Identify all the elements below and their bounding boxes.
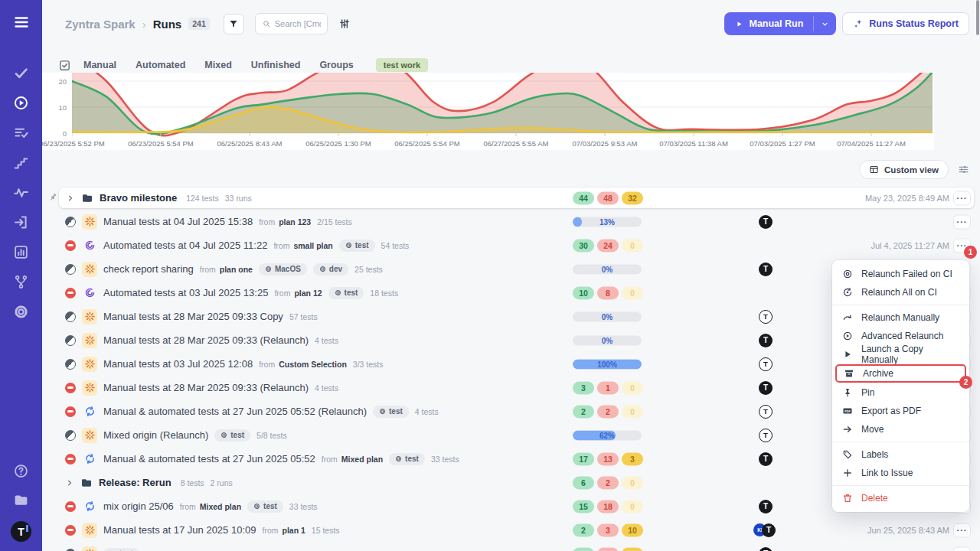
run-title[interactable]: mix origin 25/06 [103,500,174,512]
menu-item-labels[interactable]: Labels [832,445,969,464]
run-row[interactable]: Manual tests at 17 Jun 2025 10:09frompla… [42,518,980,542]
plan-name[interactable]: plan 123 [279,217,311,227]
sidebar-item-milestones[interactable] [13,155,29,171]
tag-chip[interactable]: test [214,429,250,442]
run-title[interactable]: check report sharing [103,263,194,275]
avatar[interactable]: T [762,523,776,537]
sidebar-item-insights[interactable] [13,184,29,201]
run-title[interactable]: Manual tests at 28 Mar 2025 09:33 (Relau… [103,334,309,346]
sidebar-item-reports[interactable] [13,244,29,260]
plan-name[interactable]: plan one [220,265,253,274]
tag-chip[interactable]: test [389,453,425,465]
tag-chip[interactable]: test [373,406,409,418]
avatar[interactable]: T [759,334,773,347]
sidebar-item-branches[interactable] [13,274,29,290]
avatar[interactable]: T [759,547,773,551]
manual-run-icon [82,546,97,551]
avatar[interactable]: T [759,215,773,229]
avatar[interactable]: T [759,357,773,371]
search-input[interactable]: Search [Cmd + K] [255,13,328,34]
avatar[interactable]: T [759,452,773,466]
row-menu-button[interactable]: ··· [953,546,971,551]
menu-item-advanced-relaunch[interactable]: Advanced Relaunch [832,327,969,345]
avatar[interactable]: T [759,310,773,324]
list-settings-icon[interactable] [958,164,969,175]
tab-manual[interactable]: Manual [83,60,116,70]
run-title[interactable]: Manual tests at 04 Jul 2025 15:38 [103,216,253,227]
select-runs-icon[interactable] [58,59,71,72]
workspace-avatar[interactable]: T [11,521,31,542]
breadcrumb-project[interactable]: Zyntra Spark [65,18,136,31]
plan-name[interactable]: small plan [293,241,332,250]
tab-automated[interactable]: Automated [136,60,185,70]
tab-unfinished[interactable]: Unfinished [251,60,301,70]
hamburger-menu-icon[interactable] [13,14,30,31]
sidebar-item-results[interactable] [13,125,29,141]
group-title[interactable]: Release: Rerun [99,477,172,488]
menu-item-delete[interactable]: Delete [832,489,969,507]
avatar[interactable]: T [759,262,773,276]
row-menu-button[interactable]: ··· [953,214,971,229]
sidebar-item-help[interactable] [13,463,29,479]
tag-label: test [230,431,244,439]
search-settings-icon[interactable] [338,18,351,30]
run-title[interactable]: Manual tests at 03 Jul 2025 12:08 [103,358,253,370]
run-row[interactable]: Automated tests at 04 Jul 2025 11:22from… [42,233,980,257]
group-title[interactable]: Bravo milestone [100,192,177,204]
tag-chip[interactable]: MacOS [259,263,307,276]
run-title[interactable]: Manual tests at 28 Mar 2025 09:33 Copy [103,311,283,322]
custom-view-button[interactable]: Custom view [859,160,949,179]
filter-button[interactable] [224,14,244,34]
avatar[interactable]: T [759,500,773,514]
tab-mixed[interactable]: Mixed [204,60,231,70]
tab-groups[interactable]: Groups [319,60,353,70]
row-menu-button[interactable]: ··· [953,523,971,537]
avatar[interactable]: T [759,405,773,419]
active-filter-chip[interactable]: test work [376,58,428,72]
tag-chip[interactable]: dev [313,263,348,276]
tag-chip[interactable]: test [339,240,375,252]
sidebar-item-tests[interactable] [13,65,29,81]
expand-chevron-icon[interactable] [65,478,74,487]
run-row[interactable]: testT··· [42,542,980,551]
run-title[interactable]: Manual & automated tests at 27 Jun 2025 … [103,406,367,417]
menu-item-link-to-issue[interactable]: Link to Issue [832,464,969,482]
plan-name[interactable]: Custom Selection [279,360,347,369]
tag-chip[interactable]: test [247,500,283,513]
run-title[interactable]: Manual & automated tests at 27 Jun 2025 … [103,453,315,465]
expand-chevron-icon[interactable] [66,194,75,203]
tag-chip[interactable]: test [103,548,139,551]
sidebar-item-import[interactable] [13,214,29,230]
menu-item-relaunch-all-on-ci[interactable]: Relaunch All on CI [832,283,969,302]
run-title[interactable]: Manual tests at 17 Jun 2025 10:09 [103,524,256,536]
menu-item-relaunch-failed-on-ci[interactable]: Relaunch Failed on CI [832,265,969,283]
run-title[interactable]: Automated tests at 04 Jul 2025 11:22 [103,240,267,251]
row-menu-button[interactable]: ··· [953,191,971,205]
sidebar-item-projects[interactable] [13,492,29,508]
runs-status-report-button[interactable]: Runs Status Report [842,12,969,35]
menu-item-move[interactable]: Move [832,420,969,439]
plan-name[interactable]: plan 1 [282,526,305,535]
plan-name[interactable]: Mixed plan [341,455,383,464]
manual-run-button[interactable]: Manual Run [724,12,813,35]
menu-item-pin[interactable]: Pin [832,383,969,402]
menu-item-export-as-pdf[interactable]: PDFExport as PDF [832,402,969,420]
sidebar-item-settings[interactable] [13,304,29,320]
run-title[interactable]: Mixed origin (Relaunch) [103,429,208,441]
avatar[interactable]: T [759,429,773,442]
progress-percent: 13% [573,217,642,227]
run-title[interactable]: Manual tests at 28 Mar 2025 09:33 (Relau… [103,382,309,393]
plan-name[interactable]: Mixed plan [200,502,241,511]
menu-item-launch-a-copy-manually[interactable]: Launch a Copy Manually [832,345,969,364]
menu-item-relaunch-manually[interactable]: Relaunch Manually [832,308,969,327]
avatar[interactable]: T [759,381,773,395]
run-row[interactable]: Manual tests at 04 Jul 2025 15:38frompla… [42,210,980,233]
tag-chip[interactable]: test [328,287,364,299]
group-row[interactable]: Bravo milestone124 tests33 runs444832May… [59,187,974,208]
manual-run-dropdown-button[interactable] [814,12,836,35]
sidebar-item-runs[interactable] [13,95,29,111]
plan-name[interactable]: plan 12 [294,289,322,298]
menu-item-archive[interactable]: Archive2 [835,364,966,383]
scrollbar[interactable] [976,0,979,35]
run-title[interactable]: Automated tests at 03 Jul 2025 13:25 [103,287,268,298]
